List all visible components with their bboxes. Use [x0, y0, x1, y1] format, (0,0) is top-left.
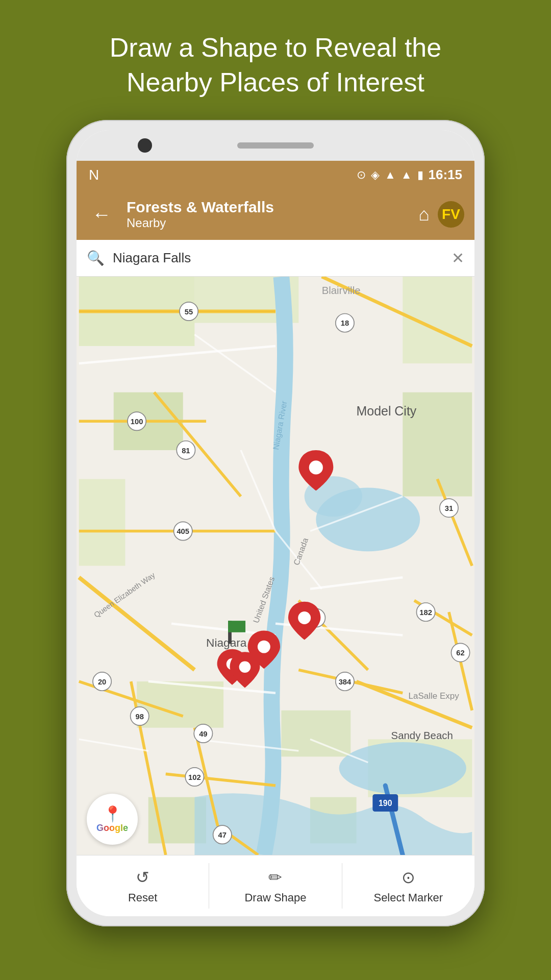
svg-point-89 — [309, 460, 323, 474]
app-bar-title: Forests & Waterfalls Nearby — [127, 199, 408, 230]
svg-text:Blairville: Blairville — [322, 285, 361, 296]
app-bar: ← Forests & Waterfalls Nearby ⌂ FV — [77, 189, 474, 240]
close-icon[interactable]: ✕ — [452, 249, 464, 267]
location-icon: ⊙ — [357, 168, 366, 182]
speaker — [237, 142, 314, 149]
select-marker-label: Select Marker — [373, 891, 443, 904]
app-notification-icon: N — [89, 167, 99, 183]
svg-text:55: 55 — [185, 308, 193, 316]
search-icon: 🔍 — [87, 250, 105, 266]
svg-text:Model City: Model City — [357, 404, 417, 418]
phone-inner: N ⊙ ◈ ▲ ▲ ▮ 16:15 ← Forests & Waterfalls… — [77, 130, 474, 916]
draw-shape-icon: ✏ — [268, 868, 282, 887]
header-text: Draw a Shape to Reveal the — [110, 33, 441, 62]
shield-label: FV — [442, 206, 460, 223]
svg-text:102: 102 — [188, 773, 201, 781]
status-left: N — [89, 167, 99, 183]
google-text: Google — [96, 823, 128, 834]
back-button[interactable]: ← — [87, 199, 116, 231]
svg-text:20: 20 — [98, 678, 106, 686]
svg-text:100: 100 — [131, 418, 143, 426]
reset-label: Reset — [128, 891, 157, 904]
svg-text:49: 49 — [199, 730, 207, 738]
draw-shape-button[interactable]: ✏ Draw Shape — [209, 855, 341, 916]
map-container[interactable]: 55 18 100 81 405 31 61 — [77, 277, 474, 855]
svg-text:182: 182 — [419, 608, 432, 617]
select-marker-button[interactable]: ⊙ Select Marker — [342, 855, 474, 916]
reset-button[interactable]: ↺ Reset — [77, 855, 209, 916]
svg-rect-6 — [79, 479, 126, 566]
header-section: Draw a Shape to Reveal the Nearby Places… — [69, 0, 482, 120]
svg-point-93 — [239, 662, 251, 673]
svg-point-14 — [339, 742, 466, 794]
status-bar: N ⊙ ◈ ▲ ▲ ▮ 16:15 — [77, 161, 474, 189]
svg-rect-88 — [228, 621, 245, 632]
svg-text:405: 405 — [177, 527, 189, 535]
signal-icon2: ▲ — [401, 168, 412, 182]
gps-icon: ◈ — [371, 168, 380, 182]
svg-text:18: 18 — [341, 319, 349, 327]
svg-point-91 — [258, 641, 270, 653]
signal-icon: ▲ — [385, 168, 396, 182]
bottom-toolbar: ↺ Reset ✏ Draw Shape ⊙ Select Marker — [77, 855, 474, 916]
home-icon[interactable]: ⌂ — [418, 204, 430, 225]
svg-text:31: 31 — [445, 504, 453, 512]
svg-text:384: 384 — [339, 678, 352, 686]
svg-text:LaSalle Expy: LaSalle Expy — [409, 691, 460, 701]
search-location-text[interactable]: Niagara Falls — [113, 250, 443, 266]
google-pins-icon: 📍 — [103, 805, 122, 823]
battery-icon: ▮ — [417, 168, 423, 182]
svg-text:98: 98 — [136, 713, 144, 721]
svg-text:Sandy Beach: Sandy Beach — [391, 730, 453, 742]
draw-shape-label: Draw Shape — [244, 891, 306, 904]
header-text2: Nearby Places of Interest — [127, 67, 424, 97]
select-marker-icon: ⊙ — [402, 868, 415, 887]
search-bar: 🔍 Niagara Falls ✕ — [77, 240, 474, 277]
phone-top-bar — [77, 130, 474, 161]
svg-text:47: 47 — [218, 831, 227, 839]
reset-icon: ↺ — [136, 868, 149, 887]
app-subtitle: Nearby — [127, 216, 408, 230]
svg-text:190: 190 — [379, 799, 392, 807]
svg-text:81: 81 — [182, 447, 190, 455]
phone-container: N ⊙ ◈ ▲ ▲ ▮ 16:15 ← Forests & Waterfalls… — [66, 120, 485, 926]
camera — [138, 138, 152, 153]
svg-point-90 — [298, 611, 311, 624]
app-bar-icons: ⌂ FV — [418, 201, 464, 228]
status-right: ⊙ ◈ ▲ ▲ ▮ 16:15 — [357, 167, 462, 183]
shield-icon[interactable]: FV — [438, 201, 464, 228]
time-display: 16:15 — [429, 167, 463, 183]
svg-text:62: 62 — [456, 649, 464, 657]
google-logo: 📍 Google — [87, 794, 138, 845]
app-title: Forests & Waterfalls — [127, 199, 408, 216]
